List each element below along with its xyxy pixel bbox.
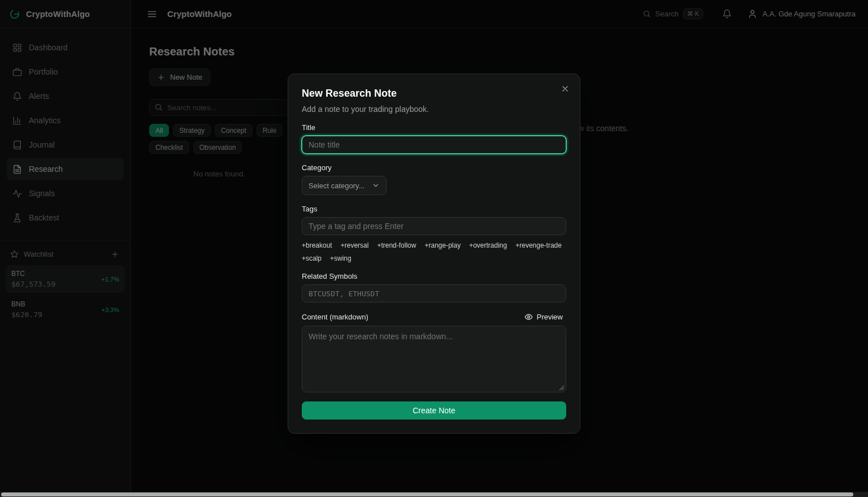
dialog-title: New Research Note [302,88,566,100]
category-field-label: Category [302,163,566,172]
new-research-note-dialog: New Research Note Add a note to your tra… [288,74,580,434]
note-title-input[interactable] [302,136,566,154]
chevron-down-icon [372,181,380,189]
tag-suggestion-revenge-trade[interactable]: +revenge-trade [515,241,562,249]
tag-suggestion-scalp[interactable]: +scalp [302,254,322,262]
tags-field-label: Tags [302,205,566,213]
content-field-header: Content (markdown) Preview [302,312,566,322]
symbols-field-label: Related Symbols [302,272,566,280]
close-dialog-button[interactable] [558,82,572,96]
create-note-button[interactable]: Create Note [302,401,566,420]
content-textarea[interactable] [302,326,566,392]
tag-suggestion-swing[interactable]: +swing [330,254,351,262]
tag-suggestion-reversal[interactable]: +reversal [341,241,369,249]
content-field-label: Content (markdown) [302,313,368,321]
title-field-label: Title [302,123,566,132]
category-select[interactable]: Select category... [302,176,387,195]
tag-suggestion-breakout[interactable]: +breakout [302,241,332,249]
related-symbols-input[interactable] [302,284,566,302]
tag-suggestions: +breakout +reversal +trend-follow +range… [302,241,566,262]
eye-icon [524,313,533,321]
tag-suggestion-trend-follow[interactable]: +trend-follow [377,241,416,249]
content-textarea-wrap [302,326,566,392]
category-select-value: Select category... [309,181,364,190]
horizontal-scrollbar[interactable] [0,492,868,497]
horizontal-scrollbar-thumb[interactable] [1,492,853,496]
preview-label: Preview [537,313,563,321]
tag-suggestion-range-play[interactable]: +range-play [424,241,461,249]
preview-toggle-button[interactable]: Preview [521,312,566,322]
tags-input[interactable] [302,217,566,235]
dialog-subtitle: Add a note to your trading playbook. [302,105,566,114]
resize-handle[interactable] [559,385,565,391]
close-icon [561,84,570,93]
tag-suggestion-overtrading[interactable]: +overtrading [469,241,507,249]
